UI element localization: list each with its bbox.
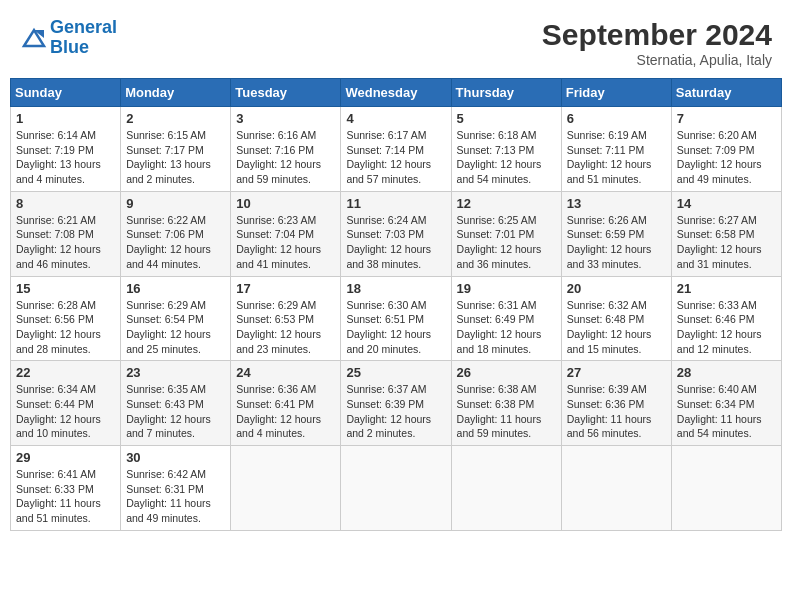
- day-number: 9: [126, 196, 225, 211]
- calendar-cell: [451, 446, 561, 531]
- cell-info: Sunrise: 6:20 AMSunset: 7:09 PMDaylight:…: [677, 128, 776, 187]
- calendar-cell: 16Sunrise: 6:29 AMSunset: 6:54 PMDayligh…: [121, 276, 231, 361]
- cell-info: Sunrise: 6:39 AMSunset: 6:36 PMDaylight:…: [567, 382, 666, 441]
- day-number: 1: [16, 111, 115, 126]
- day-number: 23: [126, 365, 225, 380]
- day-number: 15: [16, 281, 115, 296]
- calendar-cell: 6Sunrise: 6:19 AMSunset: 7:11 PMDaylight…: [561, 107, 671, 192]
- cell-info: Sunrise: 6:19 AMSunset: 7:11 PMDaylight:…: [567, 128, 666, 187]
- day-number: 19: [457, 281, 556, 296]
- calendar-header-row: SundayMondayTuesdayWednesdayThursdayFrid…: [11, 79, 782, 107]
- calendar-cell: [561, 446, 671, 531]
- day-number: 11: [346, 196, 445, 211]
- cell-info: Sunrise: 6:36 AMSunset: 6:41 PMDaylight:…: [236, 382, 335, 441]
- cell-info: Sunrise: 6:25 AMSunset: 7:01 PMDaylight:…: [457, 213, 556, 272]
- day-header-wednesday: Wednesday: [341, 79, 451, 107]
- logo-icon: [20, 24, 48, 52]
- cell-info: Sunrise: 6:27 AMSunset: 6:58 PMDaylight:…: [677, 213, 776, 272]
- calendar-cell: 7Sunrise: 6:20 AMSunset: 7:09 PMDaylight…: [671, 107, 781, 192]
- day-number: 28: [677, 365, 776, 380]
- calendar-cell: 11Sunrise: 6:24 AMSunset: 7:03 PMDayligh…: [341, 191, 451, 276]
- cell-info: Sunrise: 6:26 AMSunset: 6:59 PMDaylight:…: [567, 213, 666, 272]
- calendar-cell: [671, 446, 781, 531]
- calendar-cell: 24Sunrise: 6:36 AMSunset: 6:41 PMDayligh…: [231, 361, 341, 446]
- page-header: General Blue September 2024 Sternatia, A…: [10, 10, 782, 74]
- calendar-cell: 14Sunrise: 6:27 AMSunset: 6:58 PMDayligh…: [671, 191, 781, 276]
- day-number: 12: [457, 196, 556, 211]
- day-number: 21: [677, 281, 776, 296]
- calendar-cell: 12Sunrise: 6:25 AMSunset: 7:01 PMDayligh…: [451, 191, 561, 276]
- cell-info: Sunrise: 6:31 AMSunset: 6:49 PMDaylight:…: [457, 298, 556, 357]
- day-number: 27: [567, 365, 666, 380]
- day-number: 10: [236, 196, 335, 211]
- calendar-cell: 2Sunrise: 6:15 AMSunset: 7:17 PMDaylight…: [121, 107, 231, 192]
- day-number: 14: [677, 196, 776, 211]
- calendar-cell: 9Sunrise: 6:22 AMSunset: 7:06 PMDaylight…: [121, 191, 231, 276]
- calendar-cell: 20Sunrise: 6:32 AMSunset: 6:48 PMDayligh…: [561, 276, 671, 361]
- calendar-week-3: 15Sunrise: 6:28 AMSunset: 6:56 PMDayligh…: [11, 276, 782, 361]
- day-number: 6: [567, 111, 666, 126]
- cell-info: Sunrise: 6:15 AMSunset: 7:17 PMDaylight:…: [126, 128, 225, 187]
- day-header-saturday: Saturday: [671, 79, 781, 107]
- calendar-cell: 21Sunrise: 6:33 AMSunset: 6:46 PMDayligh…: [671, 276, 781, 361]
- day-number: 20: [567, 281, 666, 296]
- calendar-cell: 10Sunrise: 6:23 AMSunset: 7:04 PMDayligh…: [231, 191, 341, 276]
- cell-info: Sunrise: 6:29 AMSunset: 6:54 PMDaylight:…: [126, 298, 225, 357]
- day-number: 13: [567, 196, 666, 211]
- cell-info: Sunrise: 6:35 AMSunset: 6:43 PMDaylight:…: [126, 382, 225, 441]
- calendar-cell: 5Sunrise: 6:18 AMSunset: 7:13 PMDaylight…: [451, 107, 561, 192]
- calendar-cell: 30Sunrise: 6:42 AMSunset: 6:31 PMDayligh…: [121, 446, 231, 531]
- calendar-cell: 19Sunrise: 6:31 AMSunset: 6:49 PMDayligh…: [451, 276, 561, 361]
- calendar-cell: 22Sunrise: 6:34 AMSunset: 6:44 PMDayligh…: [11, 361, 121, 446]
- cell-info: Sunrise: 6:14 AMSunset: 7:19 PMDaylight:…: [16, 128, 115, 187]
- cell-info: Sunrise: 6:30 AMSunset: 6:51 PMDaylight:…: [346, 298, 445, 357]
- location-subtitle: Sternatia, Apulia, Italy: [542, 52, 772, 68]
- calendar-cell: 8Sunrise: 6:21 AMSunset: 7:08 PMDaylight…: [11, 191, 121, 276]
- day-header-tuesday: Tuesday: [231, 79, 341, 107]
- calendar-week-2: 8Sunrise: 6:21 AMSunset: 7:08 PMDaylight…: [11, 191, 782, 276]
- calendar-table: SundayMondayTuesdayWednesdayThursdayFrid…: [10, 78, 782, 531]
- day-number: 22: [16, 365, 115, 380]
- calendar-cell: [341, 446, 451, 531]
- cell-info: Sunrise: 6:41 AMSunset: 6:33 PMDaylight:…: [16, 467, 115, 526]
- cell-info: Sunrise: 6:23 AMSunset: 7:04 PMDaylight:…: [236, 213, 335, 272]
- cell-info: Sunrise: 6:22 AMSunset: 7:06 PMDaylight:…: [126, 213, 225, 272]
- cell-info: Sunrise: 6:32 AMSunset: 6:48 PMDaylight:…: [567, 298, 666, 357]
- logo-text: General Blue: [50, 18, 117, 58]
- day-number: 4: [346, 111, 445, 126]
- cell-info: Sunrise: 6:28 AMSunset: 6:56 PMDaylight:…: [16, 298, 115, 357]
- calendar-cell: 27Sunrise: 6:39 AMSunset: 6:36 PMDayligh…: [561, 361, 671, 446]
- cell-info: Sunrise: 6:33 AMSunset: 6:46 PMDaylight:…: [677, 298, 776, 357]
- title-block: September 2024 Sternatia, Apulia, Italy: [542, 18, 772, 68]
- cell-info: Sunrise: 6:38 AMSunset: 6:38 PMDaylight:…: [457, 382, 556, 441]
- calendar-cell: 4Sunrise: 6:17 AMSunset: 7:14 PMDaylight…: [341, 107, 451, 192]
- calendar-cell: 1Sunrise: 6:14 AMSunset: 7:19 PMDaylight…: [11, 107, 121, 192]
- day-number: 3: [236, 111, 335, 126]
- day-header-monday: Monday: [121, 79, 231, 107]
- day-number: 30: [126, 450, 225, 465]
- calendar-cell: 23Sunrise: 6:35 AMSunset: 6:43 PMDayligh…: [121, 361, 231, 446]
- day-number: 24: [236, 365, 335, 380]
- day-number: 29: [16, 450, 115, 465]
- day-header-sunday: Sunday: [11, 79, 121, 107]
- cell-info: Sunrise: 6:17 AMSunset: 7:14 PMDaylight:…: [346, 128, 445, 187]
- calendar-cell: 29Sunrise: 6:41 AMSunset: 6:33 PMDayligh…: [11, 446, 121, 531]
- calendar-week-1: 1Sunrise: 6:14 AMSunset: 7:19 PMDaylight…: [11, 107, 782, 192]
- cell-info: Sunrise: 6:42 AMSunset: 6:31 PMDaylight:…: [126, 467, 225, 526]
- day-number: 18: [346, 281, 445, 296]
- day-number: 25: [346, 365, 445, 380]
- calendar-week-4: 22Sunrise: 6:34 AMSunset: 6:44 PMDayligh…: [11, 361, 782, 446]
- day-number: 5: [457, 111, 556, 126]
- calendar-cell: 18Sunrise: 6:30 AMSunset: 6:51 PMDayligh…: [341, 276, 451, 361]
- day-number: 16: [126, 281, 225, 296]
- day-number: 7: [677, 111, 776, 126]
- calendar-cell: 17Sunrise: 6:29 AMSunset: 6:53 PMDayligh…: [231, 276, 341, 361]
- calendar-cell: 28Sunrise: 6:40 AMSunset: 6:34 PMDayligh…: [671, 361, 781, 446]
- day-number: 26: [457, 365, 556, 380]
- day-header-thursday: Thursday: [451, 79, 561, 107]
- calendar-cell: 26Sunrise: 6:38 AMSunset: 6:38 PMDayligh…: [451, 361, 561, 446]
- day-number: 2: [126, 111, 225, 126]
- cell-info: Sunrise: 6:24 AMSunset: 7:03 PMDaylight:…: [346, 213, 445, 272]
- calendar-week-5: 29Sunrise: 6:41 AMSunset: 6:33 PMDayligh…: [11, 446, 782, 531]
- calendar-cell: 25Sunrise: 6:37 AMSunset: 6:39 PMDayligh…: [341, 361, 451, 446]
